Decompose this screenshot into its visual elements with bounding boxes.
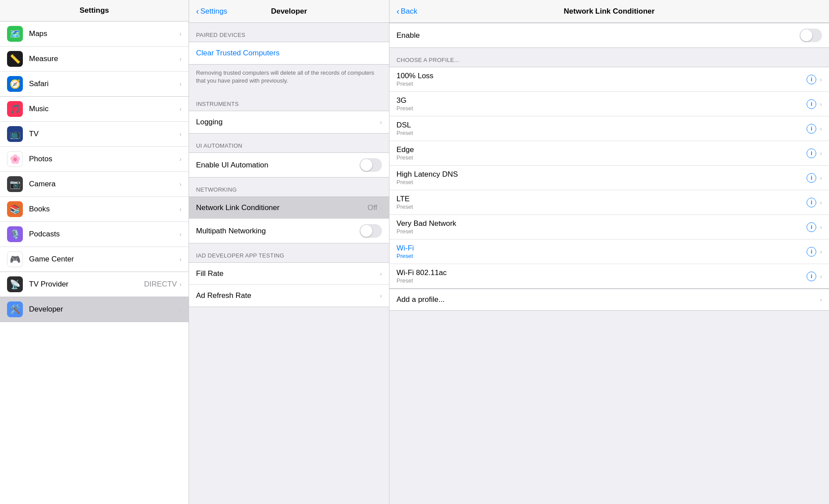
- music-chevron: ›: [179, 105, 182, 112]
- multipath-networking-item[interactable]: Multipath Networking: [189, 219, 389, 243]
- nlc-back-chevron-icon: ‹: [396, 6, 400, 16]
- enable-ui-automation-item[interactable]: Enable UI Automation: [189, 153, 389, 177]
- profile-item-high-latency-dns[interactable]: High Latency DNS Preset i ›: [389, 166, 829, 190]
- ui-automation-group: Enable UI Automation: [189, 152, 389, 178]
- profile-group: 100% Loss Preset i › 3G Preset i › DSL P: [389, 67, 829, 289]
- settings-group-developer: 🛠️ Developer ›: [0, 297, 189, 322]
- chevron-wi-fi: ›: [820, 248, 822, 255]
- profile-item-100-loss[interactable]: 100% Loss Preset i ›: [389, 67, 829, 92]
- back-chevron-icon: ‹: [196, 6, 199, 16]
- fill-rate-item[interactable]: Fill Rate ›: [189, 263, 389, 285]
- profile-name-high-latency-dns: High Latency DNS: [396, 170, 807, 179]
- info-button-high-latency-dns[interactable]: i: [807, 173, 816, 183]
- network-link-conditioner-value: Off: [367, 203, 377, 212]
- game-center-label: Game Center: [29, 255, 179, 264]
- chevron-lte: ›: [820, 199, 822, 206]
- settings-item-measure[interactable]: 📏 Measure ›: [0, 47, 189, 72]
- choose-profile-header: CHOOSE A PROFILE...: [389, 48, 829, 67]
- settings-group-apps1: 🗺️ Maps › 📏 Measure › 🧭 Safari ›: [0, 22, 189, 97]
- settings-item-podcasts[interactable]: 🎙️ Podcasts ›: [0, 222, 189, 247]
- maps-icon: 🗺️: [7, 26, 23, 42]
- camera-label: Camera: [29, 180, 179, 189]
- info-button-very-bad-network[interactable]: i: [807, 222, 816, 232]
- nlc-back-button[interactable]: ‹ Back: [396, 6, 417, 16]
- developer-label: Developer: [29, 305, 179, 314]
- info-button-lte[interactable]: i: [807, 198, 816, 207]
- nlc-enable-knob: [800, 29, 812, 41]
- logging-chevron: ›: [380, 119, 382, 126]
- books-label: Books: [29, 205, 179, 214]
- profile-item-3g[interactable]: 3G Preset i ›: [389, 92, 829, 116]
- tv-icon: 📺: [7, 126, 23, 142]
- developer-back-button[interactable]: ‹ Settings: [196, 6, 227, 16]
- info-button-100-loss[interactable]: i: [807, 75, 816, 84]
- books-icon: 📚: [7, 201, 23, 217]
- toggle-knob: [360, 159, 372, 171]
- ad-refresh-rate-item[interactable]: Ad Refresh Rate ›: [189, 285, 389, 307]
- settings-item-safari[interactable]: 🧭 Safari ›: [0, 72, 189, 96]
- instruments-group: Logging ›: [189, 111, 389, 134]
- profile-name-edge: Edge: [396, 145, 807, 154]
- fill-rate-label: Fill Rate: [196, 269, 380, 278]
- paired-devices-note: Removing trusted computers will delete a…: [189, 65, 389, 92]
- iad-testing-group: Fill Rate › Ad Refresh Rate ›: [189, 262, 389, 307]
- settings-item-tv[interactable]: 📺 TV ›: [0, 122, 189, 147]
- clear-trusted-computers-item[interactable]: Clear Trusted Computers: [189, 42, 389, 64]
- developer-chevron: ›: [179, 306, 182, 313]
- chevron-high-latency-dns: ›: [820, 174, 822, 181]
- tv-provider-chevron: ›: [179, 281, 182, 288]
- safari-icon: 🧭: [7, 76, 23, 92]
- logging-item[interactable]: Logging ›: [189, 111, 389, 133]
- multipath-knob: [360, 225, 372, 237]
- settings-item-game-center[interactable]: 🎮 Game Center ›: [0, 247, 189, 272]
- profile-sub-wi-fi: Preset: [396, 253, 807, 259]
- nlc-enable-row[interactable]: Enable: [389, 23, 829, 48]
- profile-item-wi-fi-802-11ac[interactable]: Wi-Fi 802.11ac Preset i ›: [389, 264, 829, 288]
- settings-item-books[interactable]: 📚 Books ›: [0, 197, 189, 222]
- add-profile-chevron: ›: [820, 296, 822, 303]
- network-link-conditioner-item[interactable]: Network Link Conditioner Off ›: [189, 197, 389, 219]
- maps-chevron: ›: [179, 30, 182, 37]
- profile-sub-very-bad-network: Preset: [396, 228, 807, 235]
- profile-item-lte[interactable]: LTE Preset i ›: [389, 190, 829, 215]
- profile-info-lte: LTE Preset: [396, 195, 807, 210]
- nlc-title: Network Link Conditioner: [564, 7, 655, 16]
- settings-item-camera[interactable]: 📷 Camera ›: [0, 172, 189, 197]
- settings-item-developer[interactable]: 🛠️ Developer ›: [0, 297, 189, 322]
- profile-name-very-bad-network: Very Bad Network: [396, 219, 807, 228]
- music-icon: 🎵: [7, 101, 23, 117]
- profile-sub-edge: Preset: [396, 154, 807, 161]
- network-link-conditioner-panel: ‹ Back Network Link Conditioner Enable C…: [389, 0, 829, 504]
- profile-item-very-bad-network[interactable]: Very Bad Network Preset i ›: [389, 215, 829, 239]
- profile-info-edge: Edge Preset: [396, 145, 807, 161]
- safari-label: Safari: [29, 80, 179, 88]
- profile-item-edge[interactable]: Edge Preset i ›: [389, 141, 829, 166]
- info-button-dsl[interactable]: i: [807, 124, 816, 134]
- add-profile-row[interactable]: Add a profile... ›: [389, 289, 829, 311]
- settings-item-photos[interactable]: 🌸 Photos ›: [0, 147, 189, 172]
- logging-label: Logging: [196, 118, 380, 127]
- clear-trusted-label: Clear Trusted Computers: [196, 49, 382, 58]
- profile-info-high-latency-dns: High Latency DNS Preset: [396, 170, 807, 185]
- game-center-chevron: ›: [179, 256, 182, 263]
- profile-item-dsl[interactable]: DSL Preset i ›: [389, 116, 829, 141]
- enable-ui-automation-toggle[interactable]: [360, 158, 382, 172]
- maps-label: Maps: [29, 29, 179, 38]
- settings-item-music[interactable]: 🎵 Music ›: [0, 97, 189, 122]
- nlc-enable-toggle[interactable]: [800, 29, 822, 42]
- info-button-3g[interactable]: i: [807, 99, 816, 109]
- multipath-networking-toggle[interactable]: [360, 224, 382, 238]
- profile-item-wi-fi[interactable]: Wi-Fi Preset i ›: [389, 239, 829, 264]
- settings-item-maps[interactable]: 🗺️ Maps ›: [0, 22, 189, 47]
- info-button-wi-fi-802-11ac[interactable]: i: [807, 272, 816, 281]
- measure-chevron: ›: [179, 55, 182, 62]
- profile-name-dsl: DSL: [396, 121, 807, 130]
- profile-info-wi-fi: Wi-Fi Preset: [396, 244, 807, 259]
- iad-testing-header: IAD DEVELOPER APP TESTING: [189, 243, 389, 262]
- info-button-wi-fi[interactable]: i: [807, 247, 816, 257]
- podcasts-chevron: ›: [179, 231, 182, 238]
- paired-devices-group: Clear Trusted Computers: [189, 42, 389, 65]
- info-button-edge[interactable]: i: [807, 149, 816, 158]
- ad-refresh-rate-chevron: ›: [380, 292, 382, 299]
- settings-item-tv-provider[interactable]: 📡 TV Provider DIRECTV ›: [0, 272, 189, 297]
